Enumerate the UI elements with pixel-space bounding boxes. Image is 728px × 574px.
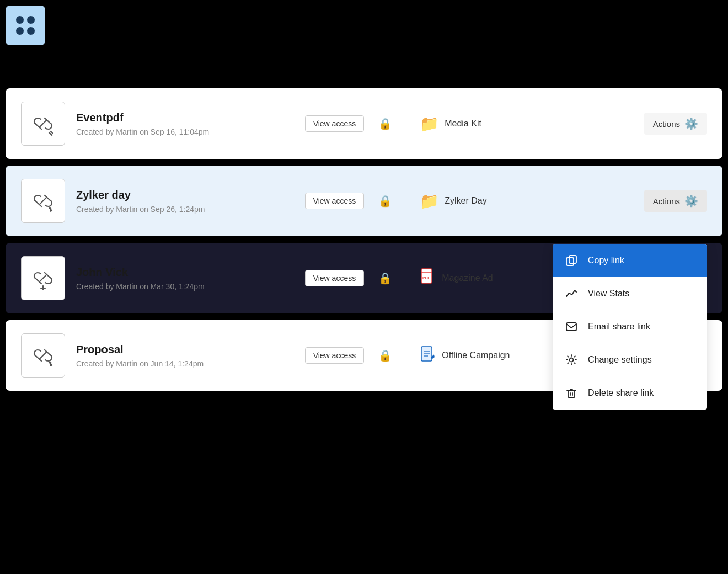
actions-dropdown: Copy link View Stats [553,244,707,410]
folder-section-zylkerday: 📁 Zylker Day [420,192,633,210]
folder-icon-zylkerday: 📁 [420,192,439,210]
svg-rect-7 [566,323,576,331]
share-name-johnvick: John Vick [76,266,290,279]
share-meta-proposal: Created by Martin on Jun 14, 1:24pm [76,359,290,368]
dropdown-item-email-share[interactable]: Email share link [553,310,707,343]
share-info-zylkerday: Zylker day Created by Martin on Sep 26, … [76,189,290,214]
lock-icon-zylkerday: 🔒 [378,194,392,208]
actions-label-eventpdf: Actions [653,119,680,129]
gear-icon-zylkerday: ⚙️ [684,194,698,208]
copy-link-label: Copy link [588,256,624,265]
svg-text:PDF: PDF [422,276,431,280]
share-name-zylkerday: Zylker day [76,189,290,201]
svg-point-8 [570,358,574,362]
actions-section-eventpdf: Actions ⚙️ [644,113,707,135]
logo-dot-4 [27,27,35,35]
folder-name-zylkerday: Zylker Day [445,196,486,206]
share-meta-johnvick: Created by Martin on Mar 30, 1:24pm [76,282,290,291]
gear-icon-eventpdf: ⚙️ [684,117,698,130]
view-stats-icon [564,286,579,301]
content-area: Eventpdf Created by Martin on Sep 16, 11… [6,88,722,391]
folder-name-johnvick: Magazine Ad [442,273,493,283]
lock-icon-proposal: 🔒 [378,349,392,362]
actions-section-zylkerday: Actions ⚙️ Copy link [644,190,707,212]
share-info-proposal: Proposal Created by Martin on Jun 14, 1:… [76,343,290,368]
folder-section-eventpdf: 📁 Media Kit [420,115,633,133]
actions-label-zylkerday: Actions [653,196,680,206]
share-meta-zylkerday: Created by Martin on Sep 26, 1:24pm [76,205,290,214]
share-info-johnvick: John Vick Created by Martin on Mar 30, 1… [76,266,290,291]
share-info-eventpdf: Eventpdf Created by Martin on Sep 16, 11… [76,111,290,136]
logo-dot-2 [27,16,35,24]
doc-icon-proposal [420,346,436,365]
copy-link-icon [564,253,579,268]
link-icon-zylkerday [21,179,65,223]
svg-rect-5 [566,258,574,265]
link-icon-eventpdf [21,102,65,146]
dropdown-item-copy-link[interactable]: Copy link [553,244,707,277]
logo-dot-3 [16,27,24,35]
delete-link-label: Delete share link [588,388,654,398]
folder-name-eventpdf: Media Kit [445,119,481,129]
app-logo [6,6,45,45]
dropdown-item-change-settings[interactable]: Change settings [553,343,707,376]
dropdown-item-view-stats[interactable]: View Stats [553,277,707,310]
delete-link-icon [564,385,579,401]
folder-name-proposal: Offline Campaign [442,350,510,360]
lock-icon-johnvick: 🔒 [378,272,392,285]
link-icon-proposal [21,333,65,378]
email-share-icon [564,319,579,334]
view-access-btn-zylkerday[interactable]: View access [305,193,365,209]
actions-btn-zylkerday[interactable]: Actions ⚙️ [644,190,707,212]
svg-rect-9 [568,391,575,397]
dropdown-item-delete-link[interactable]: Delete share link [553,376,707,410]
share-name-eventpdf: Eventpdf [76,111,290,124]
logo-dots [12,12,39,39]
folder-icon-eventpdf: 📁 [420,115,439,133]
share-meta-eventpdf: Created by Martin on Sep 16, 11:04pm [76,127,290,136]
change-settings-icon [564,352,579,368]
lock-icon-eventpdf: 🔒 [378,117,392,130]
pdf-icon-johnvick: PDF [420,268,436,289]
view-access-btn-johnvick[interactable]: View access [305,270,365,286]
share-name-proposal: Proposal [76,343,290,356]
change-settings-label: Change settings [588,355,652,365]
email-share-label: Email share link [588,322,650,332]
view-access-btn-proposal[interactable]: View access [305,347,365,364]
actions-btn-eventpdf[interactable]: Actions ⚙️ [644,113,707,135]
link-icon-johnvick [21,256,65,300]
svg-rect-6 [569,256,576,263]
logo-dot-1 [16,16,24,24]
share-row-zylkerday: Zylker day Created by Martin on Sep 26, … [6,166,722,236]
view-stats-label: View Stats [588,289,629,299]
view-access-btn-eventpdf[interactable]: View access [305,115,365,132]
share-row-eventpdf: Eventpdf Created by Martin on Sep 16, 11… [6,88,722,159]
